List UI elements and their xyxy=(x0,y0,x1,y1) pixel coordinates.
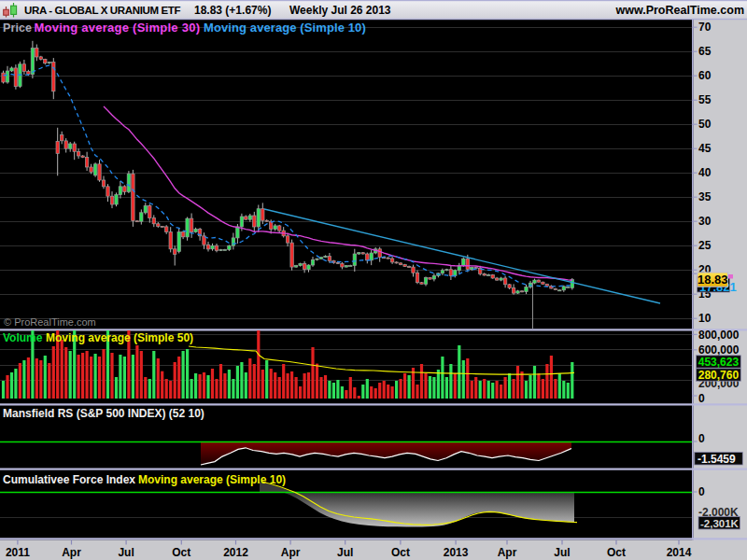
svg-text:Price: Price xyxy=(3,21,32,35)
svg-text:280,760: 280,760 xyxy=(698,369,740,382)
svg-text:Apr: Apr xyxy=(498,546,517,559)
svg-text:Weekly Jul 26 2013: Weekly Jul 26 2013 xyxy=(289,4,391,17)
svg-text:Moving average (Simple 10): Moving average (Simple 10) xyxy=(204,21,366,35)
svg-text:45: 45 xyxy=(698,142,712,155)
svg-text:-2,301K: -2,301K xyxy=(700,518,740,529)
svg-text:2013: 2013 xyxy=(444,546,469,559)
svg-text:Oct: Oct xyxy=(607,546,626,559)
svg-text:0: 0 xyxy=(698,485,705,498)
svg-text:Moving average (Simple 10): Moving average (Simple 10) xyxy=(138,473,286,486)
svg-text:40: 40 xyxy=(698,166,712,179)
svg-text:18.83: 18.83 xyxy=(698,273,728,287)
svg-text:Mansfield RS (S&P 500 INDEX) (: Mansfield RS (S&P 500 INDEX) (52 10) xyxy=(3,407,204,420)
svg-text:Jul: Jul xyxy=(554,546,570,559)
svg-text:2011: 2011 xyxy=(6,546,30,559)
svg-text:Jul: Jul xyxy=(118,546,134,559)
svg-text:www.ProRealTime.com: www.ProRealTime.com xyxy=(614,4,744,17)
svg-text:35: 35 xyxy=(698,190,712,203)
svg-text:Moving average (Simple 50): Moving average (Simple 50) xyxy=(46,331,193,344)
svg-text:50: 50 xyxy=(698,118,712,131)
svg-text:0: 0 xyxy=(698,432,705,445)
svg-text:Apr: Apr xyxy=(62,546,81,559)
svg-text:30: 30 xyxy=(698,215,712,228)
svg-text:0: 0 xyxy=(698,392,705,405)
svg-text:60: 60 xyxy=(698,69,712,82)
svg-text:453,623: 453,623 xyxy=(698,356,740,369)
svg-text:Oct: Oct xyxy=(172,546,190,559)
svg-text:2014: 2014 xyxy=(667,546,692,559)
svg-text:Cumulativee Force Index: Cumulativee Force Index xyxy=(3,473,135,486)
svg-text:25: 25 xyxy=(698,239,712,252)
svg-text:Jul: Jul xyxy=(337,546,353,559)
svg-text:Moving average (Simple 30): Moving average (Simple 30) xyxy=(35,21,201,35)
svg-text:© ProRealTime.com: © ProRealTime.com xyxy=(4,316,96,328)
svg-text:55: 55 xyxy=(698,93,712,106)
svg-text:-1.5459: -1.5459 xyxy=(698,453,736,466)
svg-text:10: 10 xyxy=(698,312,712,325)
svg-text:Apr: Apr xyxy=(281,546,301,559)
svg-text:18.83 (+1.67%): 18.83 (+1.67%) xyxy=(194,4,271,17)
svg-text:2012: 2012 xyxy=(223,546,248,559)
svg-text:800,000: 800,000 xyxy=(698,329,740,342)
svg-text:70: 70 xyxy=(698,21,712,34)
svg-text:Volume: Volume xyxy=(3,331,43,344)
svg-text:URA - GLOBAL X URANIUM ETF: URA - GLOBAL X URANIUM ETF xyxy=(24,5,181,16)
svg-text:65: 65 xyxy=(698,45,712,58)
svg-text:Oct: Oct xyxy=(391,546,410,559)
